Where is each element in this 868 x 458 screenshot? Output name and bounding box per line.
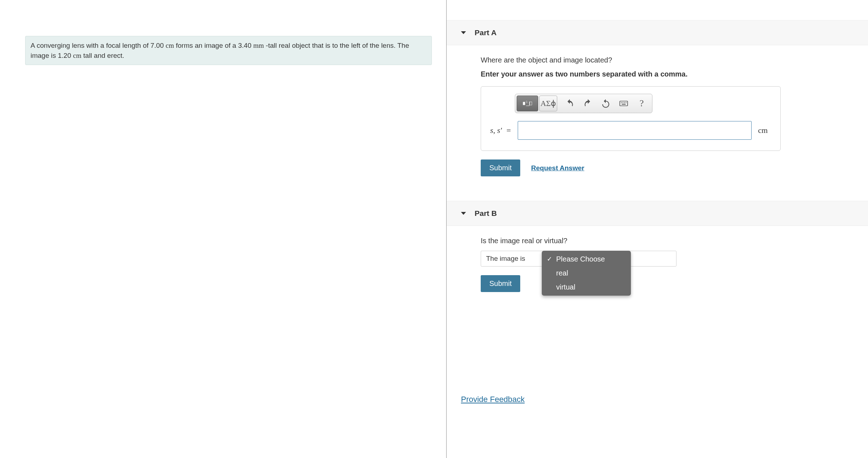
part-b-header[interactable]: Part B — [447, 201, 868, 226]
main-container: A converging lens with a focal length of… — [0, 0, 868, 458]
part-a-instruction: Enter your answer as two numbers separat… — [481, 70, 846, 78]
request-answer-link[interactable]: Request Answer — [531, 164, 584, 172]
part-a-actions: Submit Request Answer — [481, 159, 846, 176]
svg-rect-2 — [530, 102, 532, 105]
answer-input[interactable] — [518, 121, 752, 140]
svg-rect-5 — [623, 102, 623, 103]
redo-icon[interactable] — [579, 96, 597, 111]
dropdown-menu: Please Choose real virtual — [542, 251, 631, 296]
provide-feedback-link[interactable]: Provide Feedback — [461, 395, 525, 404]
part-a-body: Where are the object and image located? … — [447, 45, 868, 187]
answer-panel: Part A Where are the object and image lo… — [447, 0, 868, 458]
part-b-actions: Submit — [481, 275, 846, 292]
problem-unit-1: cm — [166, 42, 174, 49]
undo-icon[interactable] — [561, 96, 579, 111]
svg-rect-3 — [620, 101, 628, 106]
problem-text-2: forms an image of a 3.40 — [174, 42, 253, 49]
svg-rect-4 — [621, 102, 622, 103]
svg-rect-7 — [625, 102, 626, 103]
select-prefix: The image is — [486, 255, 525, 263]
answer-unit: cm — [758, 126, 772, 135]
problem-unit-3: cm — [73, 52, 81, 59]
part-a-header[interactable]: Part A — [447, 20, 868, 45]
equation-toolbar: x ΑΣϕ — [515, 94, 652, 113]
part-b-title: Part B — [475, 209, 497, 218]
svg-rect-8 — [622, 104, 626, 105]
part-b-section: Part B Is the image real or virtual? The… — [447, 201, 868, 303]
part-b-question: Is the image real or virtual? — [481, 237, 846, 245]
problem-text-4: tall and erect. — [82, 52, 124, 59]
problem-panel: A converging lens with a focal length of… — [0, 0, 447, 458]
dropdown-placeholder[interactable]: Please Choose — [542, 252, 631, 266]
submit-button[interactable]: Submit — [481, 159, 520, 176]
svg-text:x: x — [526, 101, 528, 103]
svg-rect-0 — [523, 102, 525, 105]
keyboard-icon[interactable] — [615, 96, 633, 111]
dropdown-option-real[interactable]: real — [542, 266, 631, 280]
problem-statement: A converging lens with a focal length of… — [25, 36, 432, 65]
reset-icon[interactable] — [597, 96, 615, 111]
chevron-down-icon — [461, 212, 466, 215]
help-icon[interactable]: ? — [633, 96, 651, 111]
part-a-question: Where are the object and image located? — [481, 56, 846, 64]
part-b-body: Is the image real or virtual? The image … — [447, 226, 868, 303]
chevron-down-icon — [461, 31, 466, 34]
template-icon[interactable]: x — [517, 96, 538, 111]
select-row: The image is Please Choose real virtual — [481, 251, 846, 267]
problem-text-1: A converging lens with a focal length of… — [31, 42, 166, 49]
submit-button[interactable]: Submit — [481, 275, 520, 292]
answer-box: x ΑΣϕ — [481, 86, 781, 151]
problem-unit-2: mm — [253, 42, 264, 49]
svg-rect-6 — [624, 102, 625, 103]
greek-button[interactable]: ΑΣϕ — [539, 96, 557, 111]
answer-row: s, s′ = cm — [490, 121, 772, 140]
dropdown-option-virtual[interactable]: virtual — [542, 280, 631, 294]
part-a-title: Part A — [475, 28, 497, 37]
answer-label: s, s′ = — [490, 126, 511, 135]
part-a-section: Part A Where are the object and image lo… — [447, 20, 868, 187]
